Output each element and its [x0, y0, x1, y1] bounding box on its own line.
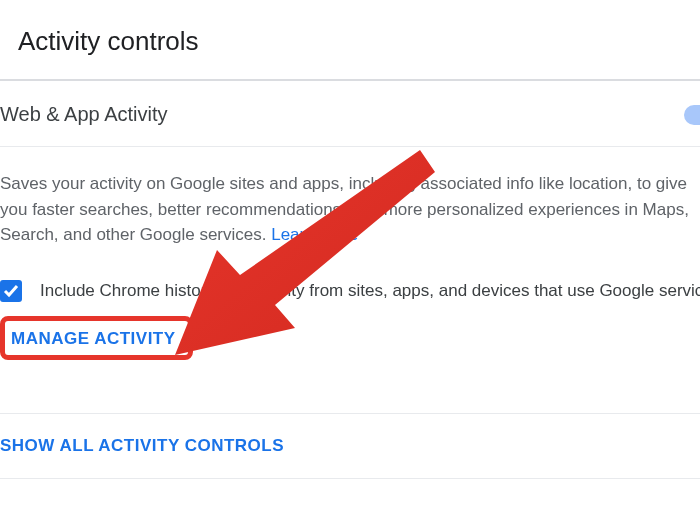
checkmark-icon: [3, 283, 19, 299]
include-chrome-history-checkbox[interactable]: [0, 280, 22, 302]
section-divider: [0, 360, 700, 414]
manage-activity-wrap: MANAGE ACTIVITY: [0, 316, 193, 360]
manage-activity-link[interactable]: MANAGE ACTIVITY: [11, 329, 176, 348]
learn-more-link[interactable]: Learn more: [271, 225, 358, 244]
page-title: Activity controls: [18, 26, 682, 57]
page-header: Activity controls: [0, 0, 700, 81]
activity-toggle[interactable]: [684, 105, 700, 125]
description-block: Saves your activity on Google sites and …: [0, 147, 700, 360]
include-chrome-history-label: Include Chrome history and activity from…: [40, 281, 700, 301]
include-chrome-history-row[interactable]: Include Chrome history and activity from…: [0, 280, 696, 302]
highlight-annotation: MANAGE ACTIVITY: [0, 316, 193, 360]
web-app-activity-title-section: Web & App Activity: [0, 81, 700, 147]
section-title-row: Web & App Activity: [0, 103, 700, 126]
section-title: Web & App Activity: [0, 103, 168, 126]
activity-description: Saves your activity on Google sites and …: [0, 171, 696, 248]
show-all-activity-controls-link[interactable]: SHOW ALL ACTIVITY CONTROLS: [0, 414, 700, 479]
